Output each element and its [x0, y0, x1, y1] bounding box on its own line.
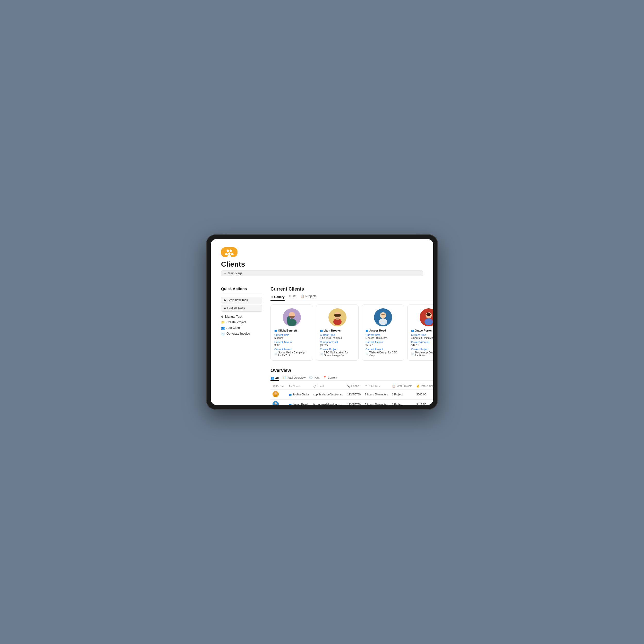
content-area: Clients ← Main Page Quick Actions ▶ Star…	[211, 239, 433, 405]
start-task-button[interactable]: ▶ Start new Task	[221, 297, 262, 303]
overview-tabs: 👥 All 📊 Total Overview 🕐 Past	[270, 376, 433, 381]
olivia-amount-label: Current Amount	[274, 341, 309, 344]
svg-point-25	[275, 402, 277, 404]
person-icon3: 👥	[366, 329, 368, 332]
end-tasks-button[interactable]: ■ End all Tasks	[221, 305, 262, 312]
liam-project-value: 📄 SEO Optimization for Green Energy Co.	[320, 351, 355, 357]
svg-point-2	[228, 252, 231, 255]
jasper-project-label: Current Project	[366, 348, 400, 351]
avatar-jasper	[374, 308, 392, 326]
overview-section: Overview 👥 All 📊 Total Overview	[270, 368, 433, 405]
client-name-jasper: 👥 Jasper Reed	[366, 329, 400, 332]
sophia-name: 👥 Sophia Clarke	[287, 389, 311, 400]
grace-project-value: 📄 Mobile App Development for Fitlife	[411, 351, 433, 357]
list-icon: ≡	[289, 294, 291, 298]
email-icon: @	[313, 385, 316, 388]
col-picture: 🖼 Picture	[270, 383, 287, 389]
liam-time-value: 5 hours 30 minutes	[320, 337, 355, 340]
client-card-olivia: 👥 Olivia Bennett Current Time 6 hours Cu…	[270, 304, 313, 361]
client-card-jasper: 👥 Jasper Reed Current Time 5 hours 30 mi…	[362, 304, 404, 361]
client-name-liam: 👥 Liam Brooks	[320, 329, 355, 332]
sophia-amount: $300.00	[414, 389, 433, 400]
table-row: 👥 Sophia Clarke sophia.clarke@notion.so …	[270, 389, 433, 400]
col-name: Aa Name	[287, 383, 311, 389]
end-tasks-label: End all Tasks	[227, 307, 245, 310]
olivia-amount-value: $360	[274, 344, 309, 347]
person-icon4: 👥	[411, 329, 414, 332]
grace-project-label: Current Project	[411, 348, 433, 351]
table-row: 👥 Jasper Reed jasper.reed@notion.so 1234…	[270, 400, 433, 405]
sophia-time: 7 hours 30 minutes	[363, 389, 390, 400]
app-icon	[221, 247, 238, 257]
jasper-time-value: 5 hours 30 minutes	[366, 337, 400, 340]
picture-icon: 🖼	[273, 385, 275, 388]
plus-circle-icon: ⊕	[221, 315, 224, 318]
tab-list[interactable]: ≡ List	[289, 294, 296, 299]
client-name-olivia: 👥 Olivia Bennett	[274, 329, 309, 332]
jasper-amount-label: Current Amount	[366, 341, 400, 344]
two-col-layout: Quick Actions ▶ Start new Task ■ End all…	[221, 286, 423, 405]
manual-task-link[interactable]: ⊕ Manual Task	[221, 315, 262, 318]
generate-invoice-link[interactable]: 🧾 Generate Invoice	[221, 332, 262, 335]
liam-project-label: Current Project	[320, 348, 355, 351]
grace-amount-label: Current Amount	[411, 341, 433, 344]
people-icon: 👥	[221, 326, 225, 330]
projects-icon: 📋	[300, 294, 304, 298]
svg-rect-14	[336, 318, 339, 320]
svg-point-9	[287, 316, 290, 324]
name-icon: Aa	[289, 385, 292, 388]
person-icon2: 👥	[320, 329, 323, 332]
svg-point-0	[227, 250, 229, 252]
sophia-phone: 123456789	[345, 389, 363, 400]
doc-icon3: 📄	[366, 353, 369, 355]
chart-icon: 📊	[282, 376, 286, 379]
overview-title: Overview	[270, 368, 433, 373]
tab-past[interactable]: 🕐 Past	[309, 376, 319, 379]
gallery-icon: ⊞	[270, 295, 273, 299]
svg-point-16	[380, 312, 386, 318]
create-project-link[interactable]: 📁 Create Project	[221, 320, 262, 324]
liam-amount-value: $357.5	[320, 344, 355, 347]
avatar-olivia	[283, 308, 301, 326]
tab-current[interactable]: 📍 Current	[323, 376, 337, 379]
avatar-liam	[328, 308, 346, 326]
stop-icon: ■	[224, 307, 226, 310]
sophia-projects: 1 Project	[390, 389, 414, 400]
tab-total-overview[interactable]: 📊 Total Overview	[282, 376, 306, 379]
device-frame: Clients ← Main Page Quick Actions ▶ Star…	[206, 234, 438, 410]
tab-projects[interactable]: 📋 Projects	[300, 294, 316, 299]
generate-invoice-label: Generate Invoice	[226, 332, 250, 335]
overview-table: 🖼 Picture Aa Name @ Ema	[270, 383, 433, 405]
liam-time-label: Current Time	[320, 334, 355, 336]
jasper2-email: jasper.reed@notion.so	[311, 400, 345, 405]
svg-point-3	[225, 253, 228, 255]
olivia-time-label: Current Time	[274, 334, 309, 336]
sophia-avatar-cell	[270, 389, 287, 400]
col-total-projects: 📋 Total Projects	[390, 383, 414, 389]
doc-icon: 📄	[274, 353, 277, 355]
main-page-button[interactable]: ← Main Page	[221, 270, 423, 276]
col-phone: 📞 Phone	[345, 383, 363, 389]
tab-all[interactable]: 👥 All	[270, 376, 279, 381]
current-clients-title: Current Clients	[270, 286, 433, 292]
svg-point-1	[230, 250, 232, 252]
col-email: @ Email	[311, 383, 345, 389]
olivia-time-value: 6 hours	[274, 337, 309, 340]
avatar-grace	[420, 308, 434, 326]
sidebar-title: Quick Actions	[221, 286, 262, 291]
sophia-email: sophia.clarke@notion.so	[311, 389, 345, 400]
svg-point-17	[379, 318, 387, 325]
client-name-grace: 👥 Grace Porter	[411, 329, 433, 332]
main-content: Current Clients ⊞ Gallery ≡ List	[270, 286, 433, 405]
clients-cards-grid: 👥 Olivia Bennett Current Time 6 hours Cu…	[270, 304, 433, 361]
jasper2-projects: 1 Project	[390, 400, 414, 405]
pin-icon: 📍	[323, 376, 327, 379]
client-card-liam: 👥 Liam Brooks Current Time 5 hours 30 mi…	[316, 304, 359, 361]
all-icon: 👥	[270, 376, 274, 380]
svg-rect-12	[334, 314, 341, 317]
sidebar-links: ⊕ Manual Task 📁 Create Project 👥 Add Cli…	[221, 315, 262, 335]
tab-gallery[interactable]: ⊞ Gallery	[270, 294, 285, 301]
add-client-link[interactable]: 👥 Add Client	[221, 326, 262, 330]
client-card-grace: 👥 Grace Porter Current Time 4 hours 30 m…	[407, 304, 433, 361]
phone-icon: 📞	[347, 384, 351, 387]
